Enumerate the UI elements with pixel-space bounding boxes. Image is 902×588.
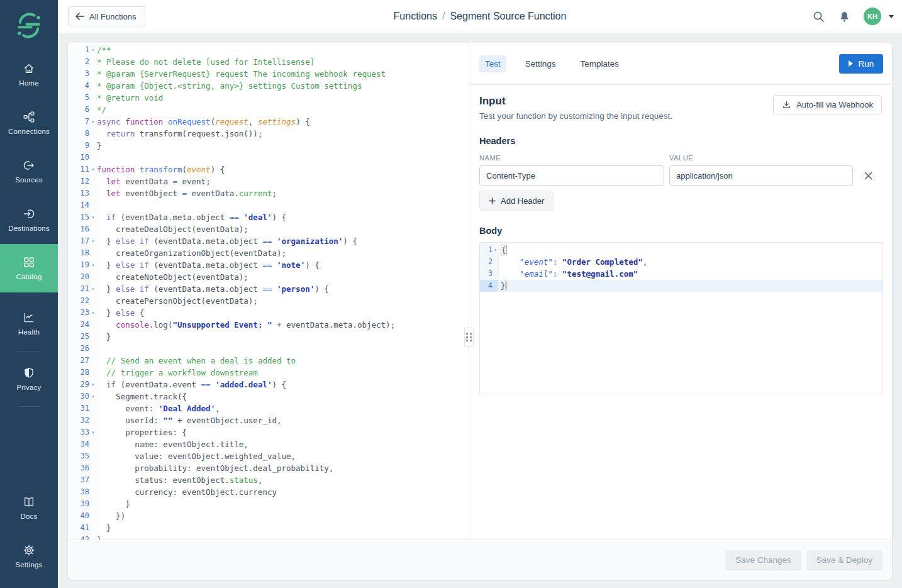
code-line-20[interactable]: 20 createNoteObject(eventData); xyxy=(68,271,469,283)
add-header-button[interactable]: Add Header xyxy=(479,191,554,211)
tab-settings[interactable]: Settings xyxy=(520,55,562,72)
tab-bar: TestSettingsTemplates Run xyxy=(469,43,892,85)
code-line-34[interactable]: 34 name: eventObject.title, xyxy=(68,438,469,450)
breadcrumb-functions[interactable]: Functions xyxy=(394,11,437,21)
add-header-label: Add Header xyxy=(501,196,544,206)
code-line-37[interactable]: 37 status: eventObject.status, xyxy=(68,474,469,486)
code-text: * @return void xyxy=(97,92,469,104)
code-line-35[interactable]: 35 value: eventObject.weighted_value, xyxy=(68,450,469,462)
fold-toggle-icon[interactable]: ▾ xyxy=(89,235,97,247)
header-value-input[interactable] xyxy=(669,165,853,186)
sidebar-item-privacy[interactable]: Privacy xyxy=(0,355,58,403)
code-line-14[interactable]: 14 xyxy=(68,199,469,211)
code-line-27[interactable]: 27 // Send an event when a deal is added… xyxy=(68,355,469,367)
save-changes-button[interactable]: Save Changes xyxy=(725,550,801,570)
code-line-11[interactable]: 11▾function transform(event) { xyxy=(68,164,469,175)
code-gutter-12: 12 xyxy=(68,175,97,187)
fold-toggle-icon[interactable]: ▾ xyxy=(89,426,97,438)
fold-spacer xyxy=(89,462,97,474)
code-line-10[interactable]: 10 xyxy=(68,152,469,164)
code-line-23[interactable]: 23▾ } else { xyxy=(68,307,469,319)
fold-toggle-icon[interactable]: ▾ xyxy=(89,391,97,402)
fold-toggle-icon[interactable]: ▾ xyxy=(89,44,97,56)
code-editor[interactable]: 1▾/**2* Please do not delete [used for I… xyxy=(68,43,469,540)
code-line-41[interactable]: 41 } xyxy=(68,522,469,534)
save-deploy-button[interactable]: Save & Deploy xyxy=(806,550,883,570)
chevron-down-icon[interactable] xyxy=(889,15,894,18)
fold-toggle-icon[interactable]: ▾ xyxy=(89,116,97,128)
tab-templates[interactable]: Templates xyxy=(575,55,625,72)
fold-toggle-icon[interactable]: ▾ xyxy=(89,211,97,223)
sidebar-item-docs[interactable]: Docs xyxy=(0,484,58,532)
headers-title: Headers xyxy=(479,136,882,146)
tab-test[interactable]: Test xyxy=(479,55,506,72)
code-line-7[interactable]: 7▾async function onRequest(request, sett… xyxy=(68,116,469,128)
sidebar-item-catalog[interactable]: Catalog xyxy=(0,244,58,292)
code-line-2[interactable]: 2* Please do not delete [used for Intell… xyxy=(68,56,469,68)
code-line-1[interactable]: 1▾/** xyxy=(68,44,469,56)
code-line-8[interactable]: 8 return transform(request.json()); xyxy=(68,128,469,140)
all-functions-back-button[interactable]: All Functions xyxy=(68,6,145,26)
remove-header-button[interactable] xyxy=(862,169,874,182)
code-line-22[interactable]: 22 createPersonObject(eventData); xyxy=(68,295,469,307)
run-button[interactable]: Run xyxy=(839,54,883,74)
code-line-25[interactable]: 25 } xyxy=(68,331,469,343)
code-text: "event": "Order Completed", xyxy=(499,256,883,268)
body-line-1[interactable]: 1▾{ xyxy=(480,244,883,256)
segment-logo[interactable] xyxy=(0,0,58,50)
search-icon[interactable] xyxy=(812,10,825,23)
code-line-3[interactable]: 3* @param {ServerRequest} request The in… xyxy=(68,68,469,80)
code-line-39[interactable]: 39 } xyxy=(68,498,469,510)
code-line-40[interactable]: 40 }) xyxy=(68,510,469,522)
code-line-33[interactable]: 33▾ properties: { xyxy=(68,426,469,438)
pane-resize-handle[interactable] xyxy=(464,328,474,347)
code-line-4[interactable]: 4* @param {Object.<string, any>} setting… xyxy=(68,80,469,92)
code-line-29[interactable]: 29▾ if (eventData.event == 'added.deal')… xyxy=(68,379,469,391)
fold-toggle-icon[interactable]: ▾ xyxy=(493,244,498,256)
code-line-21[interactable]: 21▾ } else if (eventData.meta.object == … xyxy=(68,283,469,295)
code-line-12[interactable]: 12 let eventData = event; xyxy=(68,175,469,187)
sidebar-item-settings[interactable]: Settings xyxy=(0,532,58,580)
code-line-6[interactable]: 6*/ xyxy=(68,104,469,116)
fold-toggle-icon[interactable]: ▾ xyxy=(89,259,97,271)
fold-toggle-icon[interactable]: ▾ xyxy=(89,307,97,319)
code-line-30[interactable]: 30▾ Segment.track({ xyxy=(68,391,469,402)
notifications-bell-icon[interactable] xyxy=(838,10,850,23)
code-line-17[interactable]: 17▾ } else if (eventData.meta.object == … xyxy=(68,235,469,247)
code-line-26[interactable]: 26 xyxy=(68,343,469,355)
code-line-13[interactable]: 13 let eventObject = eventData.current; xyxy=(68,187,469,199)
sidebar-item-connections[interactable]: Connections xyxy=(0,99,58,147)
code-line-31[interactable]: 31 event: 'Deal Added', xyxy=(68,402,469,414)
sidebar-item-home[interactable]: Home xyxy=(0,50,58,99)
code-line-16[interactable]: 16 createDealObject(eventData); xyxy=(68,223,469,235)
code-line-28[interactable]: 28 // trigger a workflow downstream xyxy=(68,367,469,379)
sidebar-item-label: Sources xyxy=(15,176,43,184)
sidebar-item-health[interactable]: Health xyxy=(0,299,58,348)
body-line-4[interactable]: 4} xyxy=(480,280,883,292)
code-gutter-16: 16 xyxy=(68,223,97,235)
body-line-2[interactable]: 2 "event": "Order Completed", xyxy=(480,256,883,268)
code-line-9[interactable]: 9} xyxy=(68,140,469,152)
avatar[interactable]: KH xyxy=(864,8,881,25)
fold-toggle-icon[interactable]: ▾ xyxy=(89,164,97,175)
header-name-input[interactable] xyxy=(479,165,664,186)
fold-toggle-icon[interactable]: ▾ xyxy=(89,283,97,295)
autofill-webhook-button[interactable]: Auto-fill via Webhook xyxy=(773,95,882,114)
fold-toggle-icon[interactable]: ▾ xyxy=(89,379,97,391)
fold-spacer xyxy=(89,295,97,307)
code-line-18[interactable]: 18 createOrganizationObject(eventData); xyxy=(68,247,469,259)
code-line-15[interactable]: 15▾ if (eventData.meta.object == 'deal')… xyxy=(68,211,469,223)
line-number: 40 xyxy=(68,510,89,522)
code-line-24[interactable]: 24 console.log("Unsupported Event: " + e… xyxy=(68,319,469,331)
code-line-36[interactable]: 36 probability: eventObject.deal_probabi… xyxy=(68,462,469,474)
body-editor[interactable]: 1▾{2 "event": "Order Completed",3 "email… xyxy=(479,242,883,394)
code-line-5[interactable]: 5* @return void xyxy=(68,92,469,104)
code-line-42[interactable]: 42} xyxy=(68,534,469,540)
code-line-19[interactable]: 19▾ } else if (eventData.meta.object == … xyxy=(68,259,469,271)
sidebar-item-label: Docs xyxy=(20,513,37,520)
body-line-3[interactable]: 3 "email": "test@gmail.com" xyxy=(480,268,883,280)
sidebar-item-destinations[interactable]: Destinations xyxy=(0,196,58,244)
code-line-32[interactable]: 32 userId: "" + eventObject.user_id, xyxy=(68,414,469,426)
code-line-38[interactable]: 38 currency: eventObject.currency xyxy=(68,486,469,498)
sidebar-item-sources[interactable]: Sources xyxy=(0,147,58,196)
